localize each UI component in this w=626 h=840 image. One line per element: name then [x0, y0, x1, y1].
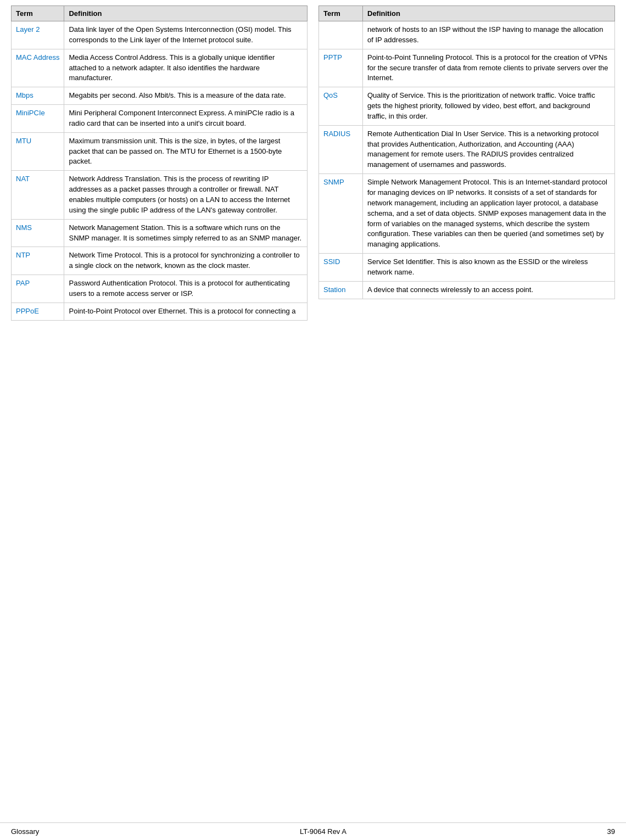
- left-definition-cell: Mini Peripheral Component Interconnect E…: [64, 105, 308, 133]
- right-definition-cell: A device that connects wirelessly to an …: [363, 281, 615, 299]
- footer-right: 39: [607, 827, 615, 836]
- left-term-cell: PPPoE: [12, 303, 64, 320]
- left-term-cell: MiniPCIe: [12, 105, 64, 133]
- right-term-cell: QoS: [319, 87, 363, 126]
- right-header-definition: Definition: [363, 6, 615, 21]
- right-definition-cell: Quality of Service. This is the prioriti…: [363, 87, 615, 126]
- left-term-cell: NTP: [12, 247, 64, 275]
- left-definition-cell: Password Authentication Protocol. This i…: [64, 275, 308, 303]
- right-term-cell: RADIUS: [319, 125, 363, 173]
- right-definition-cell: Remote Authentication Dial In User Servi…: [363, 125, 615, 173]
- left-definition-cell: Data link layer of the Open Systems Inte…: [64, 21, 308, 49]
- left-definition-cell: Network Address Translation. This is the…: [64, 171, 308, 219]
- right-term-cell: PPTP: [319, 49, 363, 87]
- right-table-row: network of hosts to an ISP without the I…: [319, 21, 615, 49]
- right-term-cell: SNMP: [319, 174, 363, 254]
- left-term-cell: Layer 2: [12, 21, 64, 49]
- right-table-row: SSIDService Set Identifier. This is also…: [319, 254, 615, 282]
- left-definition-cell: Point-to-Point Protocol over Ethernet. T…: [64, 303, 308, 320]
- left-table: Term Definition Layer 2Data link layer o…: [11, 5, 308, 321]
- left-table-row: PPPoEPoint-to-Point Protocol over Ethern…: [12, 303, 308, 320]
- page-footer: Glossary LT-9064 Rev A 39: [0, 822, 626, 840]
- left-table-row: NMSNetwork Management Station. This is a…: [12, 219, 308, 247]
- left-table-row: MbpsMegabits per second. Also Mbit/s. Th…: [12, 87, 308, 105]
- left-term-cell: MAC Address: [12, 49, 64, 87]
- right-definition-cell: network of hosts to an ISP without the I…: [363, 21, 615, 49]
- right-term-cell: Station: [319, 281, 363, 299]
- left-table-row: MAC AddressMedia Access Control Address.…: [12, 49, 308, 87]
- left-table-row: NATNetwork Address Translation. This is …: [12, 171, 308, 219]
- right-definition-cell: Service Set Identifier. This is also kno…: [363, 254, 615, 282]
- right-table-row: QoSQuality of Service. This is the prior…: [319, 87, 615, 126]
- left-column: Term Definition Layer 2Data link layer o…: [11, 5, 313, 822]
- left-definition-cell: Media Access Control Address. This is a …: [64, 49, 308, 87]
- left-term-cell: NAT: [12, 171, 64, 219]
- left-term-cell: PAP: [12, 275, 64, 303]
- left-table-row: MiniPCIeMini Peripheral Component Interc…: [12, 105, 308, 133]
- left-table-row: Layer 2Data link layer of the Open Syste…: [12, 21, 308, 49]
- page-container: Term Definition Layer 2Data link layer o…: [0, 0, 626, 840]
- footer-center: LT-9064 Rev A: [300, 827, 346, 836]
- right-table-row: PPTPPoint-to-Point Tunneling Protocol. T…: [319, 49, 615, 87]
- left-table-row: MTUMaximum transmission unit. This is th…: [12, 132, 308, 171]
- right-table-row: RADIUSRemote Authentication Dial In User…: [319, 125, 615, 173]
- left-table-row: PAPPassword Authentication Protocol. Thi…: [12, 275, 308, 303]
- left-term-cell: NMS: [12, 219, 64, 247]
- right-definition-cell: Point-to-Point Tunneling Protocol. This …: [363, 49, 615, 87]
- left-definition-cell: Maximum transmission unit. This is the s…: [64, 132, 308, 171]
- right-term-cell: SSID: [319, 254, 363, 282]
- right-table-row: SNMPSimple Network Management Protocol. …: [319, 174, 615, 254]
- right-term-cell: [319, 21, 363, 49]
- left-term-cell: MTU: [12, 132, 64, 171]
- right-column: Term Definition network of hosts to an I…: [313, 5, 615, 822]
- footer-left: Glossary: [11, 827, 39, 836]
- left-definition-cell: Network Time Protocol. This is a protoco…: [64, 247, 308, 275]
- right-table-row: StationA device that connects wirelessly…: [319, 281, 615, 299]
- left-definition-cell: Megabits per second. Also Mbit/s. This i…: [64, 87, 308, 105]
- right-header-term: Term: [319, 6, 363, 21]
- right-table: Term Definition network of hosts to an I…: [318, 5, 615, 299]
- left-table-row: NTPNetwork Time Protocol. This is a prot…: [12, 247, 308, 275]
- left-header-term: Term: [12, 6, 64, 21]
- left-definition-cell: Network Management Station. This is a so…: [64, 219, 308, 247]
- left-term-cell: Mbps: [12, 87, 64, 105]
- right-definition-cell: Simple Network Management Protocol. This…: [363, 174, 615, 254]
- content-area: Term Definition Layer 2Data link layer o…: [0, 0, 626, 822]
- left-header-definition: Definition: [64, 6, 308, 21]
